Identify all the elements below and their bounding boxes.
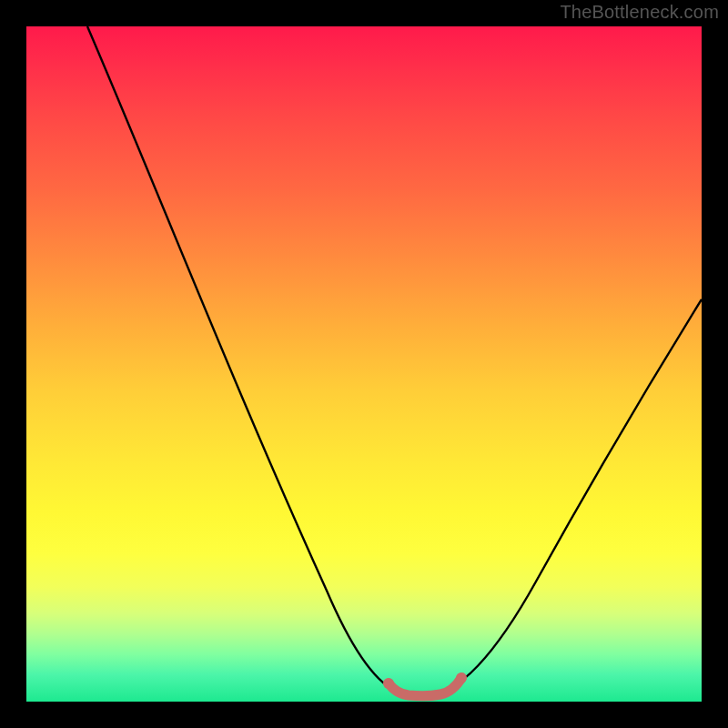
chart-frame: TheBottleneck.com: [0, 0, 728, 728]
band-dot-left: [383, 678, 394, 689]
band-dot-right: [456, 672, 467, 683]
plot-area: [26, 26, 702, 702]
bottom-band: [389, 678, 461, 696]
watermark-text: TheBottleneck.com: [560, 2, 719, 23]
curve-layer: [26, 26, 702, 702]
bottleneck-curve: [87, 26, 702, 695]
